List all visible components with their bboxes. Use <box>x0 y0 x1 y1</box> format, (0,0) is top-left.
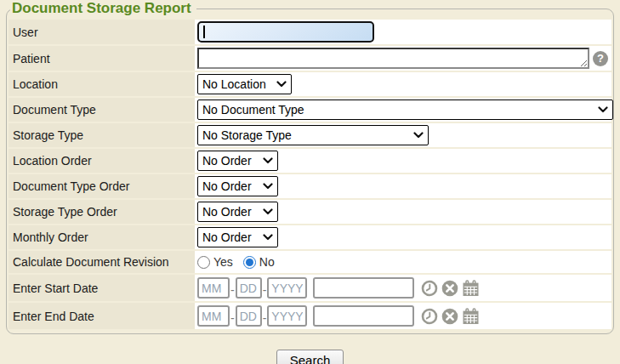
text-cursor <box>203 26 205 38</box>
document-type-label: Document Type <box>9 98 195 122</box>
storage-type-order-select[interactable]: No Order <box>197 202 278 222</box>
user-input[interactable] <box>197 21 374 43</box>
revision-yes-radio[interactable] <box>197 256 210 269</box>
x-circle-icon[interactable] <box>441 280 458 297</box>
row-storage-type: Storage Type No Storage Type <box>9 123 611 147</box>
page: { "colors": { "page_background": "#f2edd… <box>0 0 620 364</box>
row-storage-type-order: Storage Type Order No Order <box>9 200 611 224</box>
row-calculate-document-revision: Calculate Document Revision Yes No <box>9 251 611 273</box>
clock-icon[interactable] <box>421 280 438 297</box>
monthly-order-label: Monthly Order <box>9 225 195 249</box>
row-user: User <box>9 20 611 44</box>
page-title: Document Storage Report <box>10 0 196 17</box>
end-date-day-input[interactable] <box>236 305 262 327</box>
revision-yes-label: Yes <box>213 255 233 269</box>
row-document-type: Document Type No Document Type <box>9 98 611 122</box>
start-date-day-input[interactable] <box>236 277 262 299</box>
row-patient: Patient ? <box>9 46 611 71</box>
revision-no-radio[interactable] <box>243 256 256 269</box>
storage-type-label: Storage Type <box>9 123 195 147</box>
date-separator: - <box>230 311 235 325</box>
date-separator: - <box>263 283 267 297</box>
document-type-order-select[interactable]: No Order <box>197 176 278 196</box>
date-separator: - <box>263 311 267 325</box>
end-date-month-input[interactable] <box>197 305 230 327</box>
document-type-order-label: Document Type Order <box>9 174 195 198</box>
report-form: User Patient ? Location No Location <box>9 18 611 331</box>
patient-label: Patient <box>9 46 195 71</box>
storage-type-select[interactable]: No Storage Type <box>197 125 429 145</box>
monthly-order-select[interactable]: No Order <box>197 227 278 247</box>
question-circle-icon[interactable]: ? <box>593 51 608 66</box>
user-label: User <box>9 20 195 44</box>
row-end-date: Enter End Date - - <box>9 303 611 329</box>
row-location-order: Location Order No Order <box>9 149 611 173</box>
row-document-type-order: Document Type Order No Order <box>9 174 611 198</box>
location-order-label: Location Order <box>9 149 195 173</box>
calculate-document-revision-label: Calculate Document Revision <box>9 251 195 273</box>
start-date-label: Enter Start Date <box>9 275 195 301</box>
end-date-time-input[interactable] <box>313 305 414 327</box>
location-order-select[interactable]: No Order <box>197 151 278 171</box>
start-date-time-input[interactable] <box>313 277 414 299</box>
row-start-date: Enter Start Date - - <box>9 275 611 301</box>
start-date-year-input[interactable] <box>267 277 307 299</box>
revision-no-label: No <box>259 255 275 269</box>
end-date-year-input[interactable] <box>267 305 307 327</box>
report-fieldset: Document Storage Report User Patient ? L… <box>6 0 614 334</box>
storage-type-order-label: Storage Type Order <box>9 200 195 224</box>
patient-input[interactable] <box>197 48 589 69</box>
x-circle-icon[interactable] <box>441 308 458 325</box>
date-separator: - <box>230 283 235 297</box>
location-label: Location <box>9 72 195 96</box>
clock-icon[interactable] <box>421 308 438 325</box>
end-date-label: Enter End Date <box>9 303 195 329</box>
location-select[interactable]: No Location <box>197 74 292 94</box>
calendar-icon[interactable] <box>462 280 480 297</box>
calendar-icon[interactable] <box>462 308 480 325</box>
row-monthly-order: Monthly Order No Order <box>9 225 611 249</box>
start-date-month-input[interactable] <box>197 277 230 299</box>
document-type-select[interactable]: No Document Type <box>197 100 613 120</box>
row-location: Location No Location <box>9 72 611 96</box>
search-button[interactable]: Search <box>276 350 344 364</box>
